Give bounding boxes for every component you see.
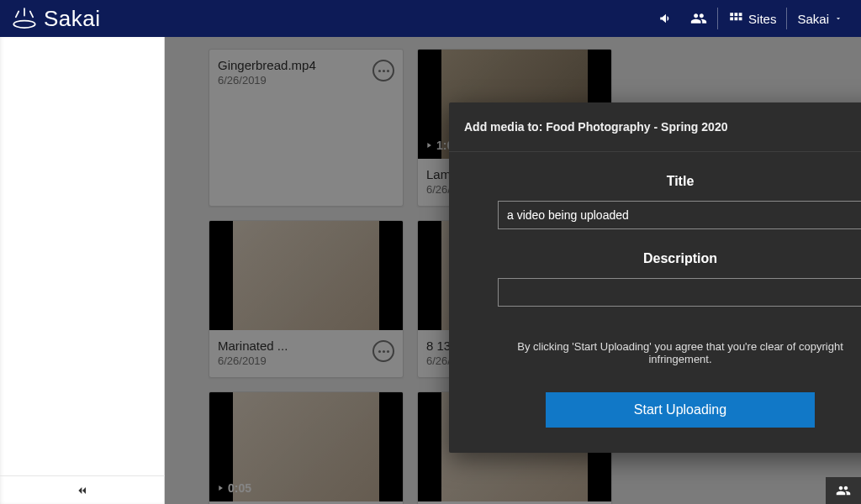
- brand-text: Sakai: [44, 6, 101, 32]
- start-uploading-button[interactable]: Start Uploading: [546, 392, 815, 428]
- user-label: Sakai: [797, 12, 829, 26]
- bullhorn-icon: [658, 11, 673, 26]
- description-input[interactable]: [498, 278, 861, 307]
- add-media-modal: Add media to: Food Photography - Spring …: [449, 102, 861, 453]
- title-input[interactable]: [498, 201, 861, 229]
- chevron-down-icon: [834, 14, 843, 23]
- modal-header: Add media to: Food Photography - Spring …: [449, 102, 861, 152]
- legal-text: By clicking 'Start Uploading' you agree …: [498, 340, 861, 365]
- topbar-separator: [786, 8, 787, 29]
- title-field-label: Title: [667, 174, 695, 189]
- announcements-button[interactable]: [650, 0, 682, 37]
- people-icon: [690, 10, 707, 27]
- sites-label: Sites: [748, 12, 776, 26]
- user-menu[interactable]: Sakai: [789, 0, 851, 37]
- chevron-double-left-icon: [76, 484, 89, 497]
- grid-icon: [728, 11, 743, 26]
- topbar-separator: [717, 8, 718, 29]
- sakai-logo-icon: [10, 4, 39, 33]
- presence-widget[interactable]: [826, 477, 861, 504]
- sites-button[interactable]: Sites: [720, 0, 784, 37]
- modal-body: Title Description By clicking 'Start Upl…: [449, 152, 861, 453]
- community-button[interactable]: [682, 0, 716, 37]
- svg-point-0: [13, 21, 35, 29]
- brand[interactable]: Sakai: [10, 4, 101, 33]
- description-field-label: Description: [643, 251, 717, 266]
- sidebar-collapse-button[interactable]: [0, 475, 165, 504]
- people-icon: [836, 483, 851, 498]
- sidebar: [0, 37, 165, 504]
- topbar: Sakai Sites Sakai: [0, 0, 861, 37]
- modal-title: Add media to: Food Photography - Spring …: [464, 120, 727, 134]
